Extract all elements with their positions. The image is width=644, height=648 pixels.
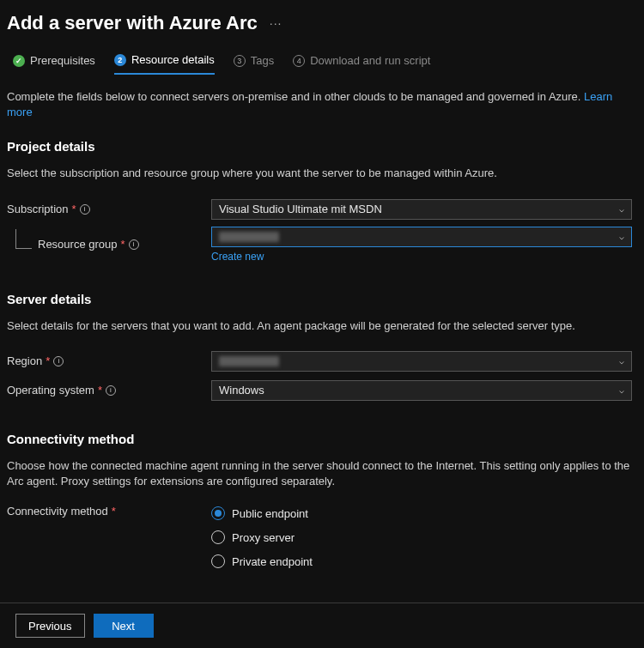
section-desc-project: Select the subscription and resource gro… [7,166,637,181]
resource-group-select[interactable]: ⌵ [211,227,632,247]
page-title: Add a server with Azure Arc [7,12,258,34]
subscription-select[interactable]: Visual Studio Ultimate mit MSDN ⌵ [211,199,632,220]
required-icon: * [46,354,50,367]
region-select[interactable]: ⌵ [211,351,632,372]
wizard-tabs: Prerequisites 2 Resource details 3 Tags … [0,38,644,76]
info-icon[interactable]: i [53,356,64,366]
tab-download-script[interactable]: 4 Download and run script [293,53,430,75]
radio-icon [211,506,225,520]
region-value [219,356,279,366]
resource-group-label: Resource group [38,238,118,251]
section-desc-connectivity: Choose how the connected machine agent r… [7,458,637,489]
os-label: Operating system [7,384,94,397]
section-title-server: Server details [7,292,637,306]
radio-icon [211,530,225,544]
region-label: Region [7,354,42,367]
required-icon: * [72,203,76,215]
more-actions-icon[interactable]: ··· [270,16,283,30]
radio-public-endpoint[interactable]: Public endpoint [211,506,637,520]
check-icon [13,55,25,67]
tab-prerequisites[interactable]: Prerequisites [13,53,95,75]
section-title-project: Project details [7,139,637,154]
required-icon: * [121,238,125,251]
step-number-icon: 4 [293,55,305,67]
chevron-down-icon: ⌵ [619,356,624,366]
required-icon: * [112,505,116,518]
radio-label: Proxy server [232,531,295,544]
chevron-down-icon: ⌵ [619,385,624,395]
section-title-connectivity: Connectivity method [7,432,637,446]
info-icon[interactable]: i [129,239,139,250]
radio-label: Private endpoint [232,555,313,568]
radio-proxy-server[interactable]: Proxy server [211,530,637,544]
subscription-value: Visual Studio Ultimate mit MSDN [219,203,382,215]
tab-label: Prerequisites [30,54,95,67]
radio-label: Public endpoint [232,507,308,520]
step-number-icon: 2 [114,54,126,66]
radio-private-endpoint[interactable]: Private endpoint [211,554,637,568]
wizard-footer: Previous Next [0,603,644,648]
intro-text: Complete the fields below to connect ser… [7,89,637,120]
info-icon[interactable]: i [80,204,90,215]
radio-icon [211,554,225,568]
connectivity-radio-group: Public endpoint Proxy server Private end… [211,505,637,568]
chevron-down-icon: ⌵ [619,232,624,241]
tab-resource-details[interactable]: 2 Resource details [114,53,215,75]
tab-label: Download and run script [310,54,430,67]
connectivity-label: Connectivity method [7,505,108,518]
step-number-icon: 3 [234,55,246,67]
subscription-label: Subscription [7,203,69,215]
tab-tags[interactable]: 3 Tags [234,53,274,75]
os-select[interactable]: Windows ⌵ [211,380,632,401]
next-button[interactable]: Next [94,614,154,638]
tab-label: Tags [251,54,274,67]
required-icon: * [98,384,102,397]
create-new-link[interactable]: Create new [211,251,637,263]
section-desc-server: Select details for the servers that you … [7,318,637,334]
os-value: Windows [219,384,264,397]
resource-group-value [219,232,279,242]
info-icon[interactable]: i [106,385,116,396]
chevron-down-icon: ⌵ [619,204,624,214]
tab-label: Resource details [131,53,215,66]
previous-button[interactable]: Previous [15,614,85,638]
